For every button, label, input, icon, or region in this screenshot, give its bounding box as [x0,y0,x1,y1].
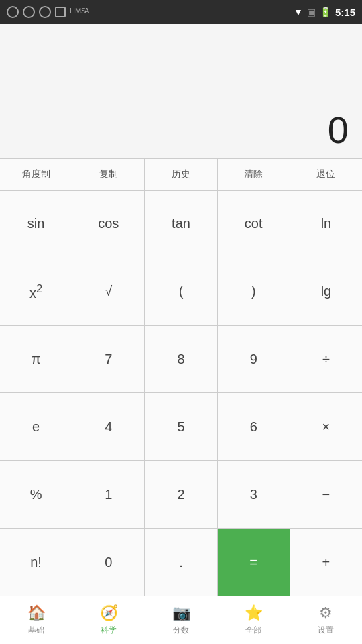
btn-row-6: n! 0 . = + [0,529,362,596]
btn-7[interactable]: 7 [72,326,145,393]
btn-row-5: % 1 2 3 − [0,461,362,529]
btn-lparen[interactable]: ( [145,258,217,325]
toolbar-backspace[interactable]: 退位 [290,159,362,190]
toolbar-angle[interactable]: 角度制 [0,159,72,190]
nav-all-label: 全部 [245,625,261,636]
status-icon-2 [23,6,35,18]
btn-1[interactable]: 1 [72,461,145,528]
btn-row-1: sin cos tan cot ln [0,191,362,258]
display-value: 0 [328,108,349,152]
nav-basic-label: 基础 [28,625,44,636]
nav-science[interactable]: 🧭 科学 [72,596,145,644]
calculator-body: 角度制 复制 历史 清除 退位 sin cos tan cot ln x2 √ … [0,158,362,596]
wifi-icon: ▼ [294,7,303,17]
nav-basic[interactable]: 🏠 基础 [0,596,72,644]
status-icon-5: HMS [70,7,80,17]
display-area: 0 [0,24,362,158]
nav-fraction-label: 分数 [173,625,189,636]
btn-rparen[interactable]: ) [218,258,290,325]
status-icons-left: HMS A [7,6,95,18]
nav-settings-label: 设置 [318,625,334,636]
compass-icon: 🧭 [100,604,118,622]
btn-0[interactable]: 0 [72,529,145,596]
btn-sin[interactable]: sin [0,191,72,258]
status-icon-4 [55,7,66,17]
btn-5[interactable]: 5 [145,393,217,460]
btn-9[interactable]: 9 [218,326,290,393]
btn-divide[interactable]: ÷ [290,326,362,393]
btn-row-2: x2 √ ( ) lg [0,258,362,326]
btn-subtract[interactable]: − [290,461,362,528]
btn-6[interactable]: 6 [218,393,290,460]
signal-icon: ▣ [307,7,316,17]
toolbar-history[interactable]: 历史 [145,159,217,190]
btn-4[interactable]: 4 [72,393,145,460]
status-icons-right: ▼ ▣ 🔋 5:15 [294,7,355,18]
status-icon-3 [39,6,51,18]
btn-dot[interactable]: . [145,529,217,596]
fraction-icon: 📷 [172,604,190,622]
btn-3[interactable]: 3 [218,461,290,528]
toolbar-row: 角度制 复制 历史 清除 退位 [0,159,362,191]
star-icon: ⭐ [245,604,263,622]
btn-cot[interactable]: cot [218,191,290,258]
nav-settings[interactable]: ⚙ 设置 [290,596,362,644]
square-label: x2 [29,282,42,301]
bottom-nav: 🏠 基础 🧭 科学 📷 分数 ⭐ 全部 ⚙ 设置 [0,596,362,644]
btn-pi[interactable]: π [0,326,72,393]
btn-row-4: e 4 5 6 × [0,393,362,461]
status-icon-1 [7,6,19,18]
btn-factorial[interactable]: n! [0,529,72,596]
btn-tan[interactable]: tan [145,191,217,258]
btn-multiply[interactable]: × [290,393,362,460]
battery-icon: 🔋 [320,7,331,17]
btn-percent[interactable]: % [0,461,72,528]
nav-science-label: 科学 [101,625,117,636]
btn-row-3: π 7 8 9 ÷ [0,326,362,394]
btn-square[interactable]: x2 [0,258,72,325]
nav-all[interactable]: ⭐ 全部 [217,596,290,644]
btn-8[interactable]: 8 [145,326,217,393]
btn-e[interactable]: e [0,393,72,460]
btn-lg[interactable]: lg [290,258,362,325]
nav-fraction[interactable]: 📷 分数 [145,596,217,644]
status-icon-6: A [84,7,95,17]
btn-add[interactable]: + [290,529,362,596]
toolbar-copy[interactable]: 复制 [72,159,145,190]
btn-sqrt[interactable]: √ [72,258,145,325]
status-bar: HMS A ▼ ▣ 🔋 5:15 [0,0,362,24]
btn-cos[interactable]: cos [72,191,145,258]
toolbar-clear[interactable]: 清除 [218,159,290,190]
btn-equals[interactable]: = [218,529,290,596]
status-time: 5:15 [335,7,355,18]
home-icon: 🏠 [27,604,46,622]
btn-ln[interactable]: ln [290,191,362,258]
gear-icon: ⚙ [319,604,333,622]
btn-2[interactable]: 2 [145,461,217,528]
